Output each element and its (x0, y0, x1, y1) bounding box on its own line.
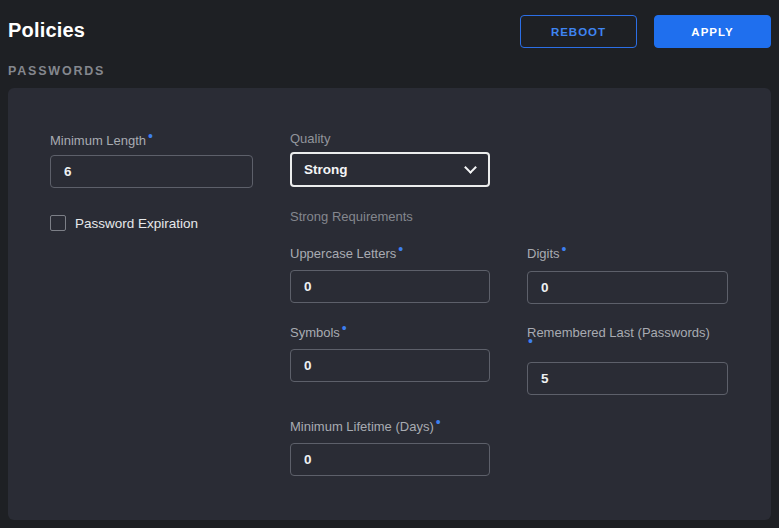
symbols-label: Symbols• (290, 325, 347, 340)
required-icon: • (562, 241, 567, 257)
strong-requirements-title: Strong Requirements (290, 209, 413, 224)
uppercase-letters-input[interactable] (290, 270, 490, 303)
password-expiration-row[interactable]: Password Expiration (50, 215, 198, 231)
required-icon: • (148, 128, 153, 144)
remembered-last-input[interactable] (527, 362, 728, 395)
minimum-length-label: Minimum Length• (50, 133, 153, 148)
apply-button[interactable]: APPLY (654, 15, 771, 48)
policies-screen: Policies REBOOT APPLY PASSWORDS Minimum … (0, 0, 779, 528)
required-icon: • (342, 320, 347, 336)
digits-label: Digits• (527, 246, 566, 261)
quality-label: Quality (290, 131, 330, 146)
minimum-length-input[interactable] (50, 155, 253, 188)
required-icon: • (436, 414, 441, 430)
passwords-panel: Minimum Length• Password Expiration Qual… (8, 88, 771, 520)
minimum-lifetime-input[interactable] (290, 443, 490, 476)
minimum-lifetime-label: Minimum Lifetime (Days)• (290, 419, 441, 434)
symbols-input[interactable] (290, 349, 490, 382)
apply-button-label: APPLY (691, 26, 733, 38)
reboot-button-label: REBOOT (551, 26, 606, 38)
uppercase-letters-label: Uppercase Letters• (290, 246, 403, 261)
password-expiration-checkbox[interactable] (50, 215, 66, 231)
quality-select-value: Strong (304, 162, 348, 177)
remembered-last-label: Remembered Last (Passwords)• (527, 325, 710, 341)
passwords-section-label: PASSWORDS (8, 64, 105, 78)
page-title: Policies (8, 19, 85, 42)
reboot-button[interactable]: REBOOT (520, 15, 637, 48)
quality-select[interactable]: Strong (290, 152, 490, 187)
password-expiration-label: Password Expiration (75, 216, 198, 231)
chevron-down-icon (464, 161, 477, 174)
required-icon: • (398, 241, 403, 257)
digits-input[interactable] (527, 271, 728, 304)
